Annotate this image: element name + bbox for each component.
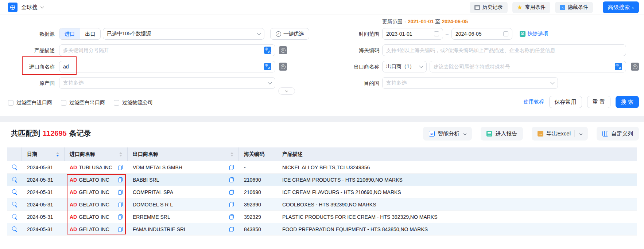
smart-analysis-button[interactable]: BI 智能分析 xyxy=(423,127,472,141)
quick-options-link[interactable]: ⌘ 快捷选项 xyxy=(520,28,548,40)
favorites-button[interactable]: ★ 常用条件 xyxy=(512,2,550,13)
importer-name-input[interactable] xyxy=(63,64,261,70)
reset-button[interactable]: 重 置 xyxy=(587,96,610,108)
importer-name-field[interactable] xyxy=(59,61,275,72)
view-detail-icon[interactable] xyxy=(12,226,18,232)
view-detail-icon[interactable] xyxy=(12,177,18,182)
cell-desc: COOLBOXES - HTS 392390,NO MARKS xyxy=(277,198,637,210)
export-excel-button[interactable]: → 导出Excel xyxy=(532,127,588,141)
table-row[interactable]: 2024-05-31 AD GELATO INC FAMA INDUSTRIE … xyxy=(7,223,637,236)
custom-columns-button[interactable]: 自定义列 xyxy=(597,127,639,141)
one-click-optimize-button[interactable]: ✓ 一键优选 xyxy=(270,28,309,40)
copy-icon[interactable] xyxy=(229,227,234,232)
sort-exporter[interactable] xyxy=(228,152,233,157)
copy-icon[interactable] xyxy=(118,177,123,182)
cell-importer: AD TUBI USA INC xyxy=(65,161,128,173)
origin-country-select[interactable]: 支持多选 xyxy=(59,77,275,89)
cell-importer: AD GELATO INC xyxy=(65,211,128,223)
chevron-down-icon[interactable] xyxy=(579,132,582,135)
checkbox-filter-logistics[interactable]: 过滤物流公司 xyxy=(114,99,153,106)
hide-conditions-button[interactable]: ↕ 隐藏条件 xyxy=(555,2,593,13)
advanced-search-button[interactable]: 高级搜索 › xyxy=(603,1,639,13)
importer-highlight: AD xyxy=(70,202,77,208)
copy-icon[interactable] xyxy=(229,165,234,170)
header-date[interactable]: 日期 xyxy=(22,147,65,161)
header-exporter[interactable]: 出口商名称 xyxy=(128,147,239,161)
table-row[interactable]: 2024-05-31 AD GELATO INC DOMOGEL S R L 3… xyxy=(7,198,637,211)
tutorial-link[interactable]: 使用教程 xyxy=(524,99,544,105)
copy-icon[interactable] xyxy=(118,227,123,232)
table-row[interactable]: 2024-05-31 AD GELATO INC BABBI SRL 21069… xyxy=(7,174,637,186)
exclude-filter-icon[interactable]: ≡ xyxy=(279,63,287,71)
checkbox-label: 过滤空白出口商 xyxy=(69,99,105,106)
view-detail-icon[interactable] xyxy=(12,165,18,170)
tab-import[interactable]: 进口 xyxy=(59,28,80,39)
dest-country-select[interactable]: 支持多选 xyxy=(382,77,558,89)
cell-exporter: VDM METALS GMBH xyxy=(128,161,239,173)
translate-icon[interactable] xyxy=(264,47,271,54)
product-desc-field[interactable] xyxy=(59,44,275,56)
table-row[interactable]: 2024-05-31 AD GELATO INC COMPRITAL SPA 2… xyxy=(7,186,637,198)
checkbox-icon xyxy=(114,100,119,106)
importer-highlight: AD xyxy=(70,177,77,183)
calendar-icon xyxy=(503,31,508,36)
hs-code-field[interactable] xyxy=(382,44,626,56)
search-button[interactable]: 搜 索 xyxy=(616,96,639,108)
cell-desc: FOOD PREPARATION EQUIPMENT - HTS 843850,… xyxy=(277,223,637,235)
importer-highlight: AD xyxy=(70,165,77,170)
translate-icon[interactable] xyxy=(615,63,622,70)
update-range-from: 2021-01-01 xyxy=(408,19,434,24)
exporter-name-field[interactable] xyxy=(430,61,626,72)
update-range-note: 更新范围：2021-01-01 至 2024-06-05 xyxy=(382,19,468,25)
sort-date[interactable] xyxy=(53,152,59,157)
importer-name: GELATO INC xyxy=(79,189,109,195)
copy-icon[interactable] xyxy=(118,202,123,207)
sort-importer[interactable] xyxy=(116,152,122,157)
exporter-name-input[interactable] xyxy=(434,64,612,70)
report-label: 进入报告 xyxy=(495,130,517,137)
chevron-down-icon[interactable] xyxy=(40,5,44,8)
checkbox-filter-blank-importer[interactable]: 过滤空白进口商 xyxy=(8,99,52,106)
translate-icon[interactable] xyxy=(264,63,271,70)
view-detail-icon[interactable] xyxy=(12,202,18,207)
copy-icon[interactable] xyxy=(118,214,123,220)
cell-date: 2024-05-31 xyxy=(22,161,65,173)
history-button[interactable]: 历史记录 xyxy=(470,2,508,13)
copy-icon[interactable] xyxy=(229,190,234,195)
copy-icon[interactable] xyxy=(229,202,234,207)
date-start-input[interactable]: 2023-01-01 xyxy=(382,28,443,40)
table-row[interactable]: 2024-05-31 AD TUBI USA INC VDM METALS GM… xyxy=(7,161,637,174)
copy-icon[interactable] xyxy=(118,165,123,170)
copy-icon[interactable] xyxy=(229,214,234,220)
checkbox-filter-blank-exporter[interactable]: 过滤空白出口商 xyxy=(61,99,105,106)
save-common-button[interactable]: 保存常用 xyxy=(549,96,582,108)
exporter-type-select[interactable]: 出口商（1） xyxy=(382,61,427,72)
results-actions: BI 智能分析 进入报告 → 导出Excel 自定义列 xyxy=(423,127,639,141)
data-source-selected-value: 已选中105个数据源 xyxy=(107,31,151,37)
cell-exporter: ERREMME SRL xyxy=(128,211,239,223)
enter-report-button[interactable]: 进入报告 xyxy=(481,127,523,141)
collapse-form-button[interactable] xyxy=(278,87,295,95)
cell-date: 2024-05-31 xyxy=(22,223,65,235)
header-importer[interactable]: 进口商名称 xyxy=(65,147,128,161)
cell-actions xyxy=(7,223,22,235)
exclude-filter-icon[interactable]: ≡ xyxy=(631,63,639,71)
copy-icon[interactable] xyxy=(229,177,234,182)
view-detail-icon[interactable] xyxy=(12,189,18,195)
importer-name: TUBI USA INC xyxy=(79,165,112,170)
product-desc-input[interactable] xyxy=(63,47,261,53)
view-detail-icon[interactable] xyxy=(12,214,18,220)
date-end-input[interactable]: 2024-06-05 xyxy=(451,28,512,40)
optimize-label: 一键优选 xyxy=(283,31,304,37)
cell-desc: ICE CREAM PRODUCTS - HTS 210690,NO MARKS xyxy=(277,174,637,186)
data-source-select[interactable]: 已选中105个数据源 xyxy=(103,28,264,40)
history-icon xyxy=(474,5,480,10)
checkbox-icon xyxy=(61,100,66,106)
copy-icon[interactable] xyxy=(118,190,123,195)
hs-code-input[interactable] xyxy=(386,47,622,53)
tab-export[interactable]: 出口 xyxy=(80,28,100,39)
form-actions: 使用教程 保存常用 重 置 搜 索 xyxy=(524,96,639,108)
table-row[interactable]: 2024-05-31 AD GELATO INC ERREMME SRL 392… xyxy=(7,211,637,223)
cell-actions xyxy=(7,198,22,210)
exclude-filter-icon[interactable]: ≡ xyxy=(279,46,287,54)
